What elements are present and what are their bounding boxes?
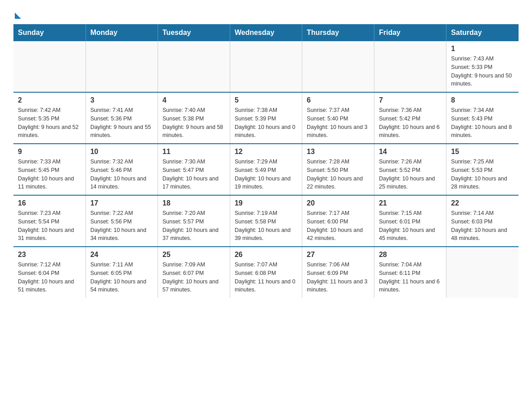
calendar-header-saturday: Saturday	[446, 24, 519, 41]
day-info: Sunrise: 7:25 AMSunset: 5:53 PMDaylight:…	[451, 158, 514, 191]
calendar-cell: 22Sunrise: 7:14 AMSunset: 6:03 PMDayligh…	[446, 195, 519, 247]
day-info: Sunrise: 7:23 AMSunset: 5:54 PMDaylight:…	[18, 209, 81, 243]
calendar-cell: 27Sunrise: 7:06 AMSunset: 6:09 PMDayligh…	[302, 247, 374, 298]
calendar-cell: 17Sunrise: 7:22 AMSunset: 5:56 PMDayligh…	[86, 195, 158, 247]
day-info: Sunrise: 7:20 AMSunset: 5:57 PMDaylight:…	[163, 209, 225, 243]
calendar-cell	[446, 247, 519, 298]
day-info: Sunrise: 7:04 AMSunset: 6:11 PMDaylight:…	[379, 261, 442, 294]
day-number: 27	[307, 251, 369, 259]
calendar-header-monday: Monday	[86, 24, 158, 41]
day-info: Sunrise: 7:30 AMSunset: 5:47 PMDaylight:…	[163, 158, 225, 191]
day-number: 21	[379, 199, 442, 207]
calendar-cell: 10Sunrise: 7:32 AMSunset: 5:46 PMDayligh…	[86, 144, 158, 195]
calendar-cell: 18Sunrise: 7:20 AMSunset: 5:57 PMDayligh…	[158, 195, 230, 247]
calendar-cell: 23Sunrise: 7:12 AMSunset: 6:04 PMDayligh…	[13, 247, 86, 298]
page-header	[13, 9, 519, 15]
day-number: 12	[235, 148, 297, 156]
calendar-cell: 4Sunrise: 7:40 AMSunset: 5:38 PMDaylight…	[158, 92, 230, 144]
calendar-table: SundayMondayTuesdayWednesdayThursdayFrid…	[13, 24, 519, 298]
calendar-cell	[158, 41, 230, 92]
day-info: Sunrise: 7:19 AMSunset: 5:58 PMDaylight:…	[235, 209, 297, 243]
day-number: 14	[379, 148, 442, 156]
calendar-cell: 14Sunrise: 7:26 AMSunset: 5:52 PMDayligh…	[374, 144, 446, 195]
day-info: Sunrise: 7:06 AMSunset: 6:09 PMDaylight:…	[307, 261, 369, 294]
day-number: 25	[163, 251, 225, 259]
logo-arrow-icon	[15, 13, 21, 19]
calendar-cell: 7Sunrise: 7:36 AMSunset: 5:42 PMDaylight…	[374, 92, 446, 144]
calendar-week-row: 16Sunrise: 7:23 AMSunset: 5:54 PMDayligh…	[13, 195, 519, 247]
calendar-cell: 3Sunrise: 7:41 AMSunset: 5:36 PMDaylight…	[86, 92, 158, 144]
calendar-cell	[86, 41, 158, 92]
logo	[13, 9, 21, 15]
day-number: 18	[163, 199, 225, 207]
day-number: 6	[307, 96, 369, 104]
day-number: 3	[90, 96, 153, 104]
day-info: Sunrise: 7:36 AMSunset: 5:42 PMDaylight:…	[379, 106, 442, 140]
day-info: Sunrise: 7:33 AMSunset: 5:45 PMDaylight:…	[18, 158, 81, 191]
day-info: Sunrise: 7:43 AMSunset: 5:33 PMDaylight:…	[451, 55, 514, 88]
calendar-header-sunday: Sunday	[13, 24, 86, 41]
day-info: Sunrise: 7:28 AMSunset: 5:50 PMDaylight:…	[307, 158, 369, 191]
calendar-cell: 24Sunrise: 7:11 AMSunset: 6:05 PMDayligh…	[86, 247, 158, 298]
day-number: 15	[451, 148, 514, 156]
day-number: 13	[307, 148, 369, 156]
day-info: Sunrise: 7:29 AMSunset: 5:49 PMDaylight:…	[235, 158, 297, 191]
day-info: Sunrise: 7:32 AMSunset: 5:46 PMDaylight:…	[90, 158, 153, 191]
calendar-cell	[13, 41, 86, 92]
day-info: Sunrise: 7:09 AMSunset: 6:07 PMDaylight:…	[163, 261, 225, 294]
calendar-header-friday: Friday	[374, 24, 446, 41]
day-info: Sunrise: 7:26 AMSunset: 5:52 PMDaylight:…	[379, 158, 442, 191]
calendar-cell: 12Sunrise: 7:29 AMSunset: 5:49 PMDayligh…	[230, 144, 302, 195]
calendar-cell: 11Sunrise: 7:30 AMSunset: 5:47 PMDayligh…	[158, 144, 230, 195]
calendar-cell: 8Sunrise: 7:34 AMSunset: 5:43 PMDaylight…	[446, 92, 519, 144]
day-info: Sunrise: 7:42 AMSunset: 5:35 PMDaylight:…	[18, 106, 81, 140]
calendar-cell: 2Sunrise: 7:42 AMSunset: 5:35 PMDaylight…	[13, 92, 86, 144]
day-number: 23	[18, 251, 81, 259]
day-number: 28	[379, 251, 442, 259]
day-info: Sunrise: 7:11 AMSunset: 6:05 PMDaylight:…	[90, 261, 153, 294]
day-info: Sunrise: 7:41 AMSunset: 5:36 PMDaylight:…	[90, 106, 153, 140]
day-number: 17	[90, 199, 153, 207]
calendar-week-row: 23Sunrise: 7:12 AMSunset: 6:04 PMDayligh…	[13, 247, 519, 298]
day-number: 9	[18, 148, 81, 156]
calendar-cell	[302, 41, 374, 92]
day-number: 24	[90, 251, 153, 259]
calendar-cell: 25Sunrise: 7:09 AMSunset: 6:07 PMDayligh…	[158, 247, 230, 298]
day-number: 26	[235, 251, 297, 259]
calendar-cell: 20Sunrise: 7:17 AMSunset: 6:00 PMDayligh…	[302, 195, 374, 247]
day-info: Sunrise: 7:15 AMSunset: 6:01 PMDaylight:…	[379, 209, 442, 243]
day-number: 16	[18, 199, 81, 207]
calendar-cell: 26Sunrise: 7:07 AMSunset: 6:08 PMDayligh…	[230, 247, 302, 298]
calendar-cell: 5Sunrise: 7:38 AMSunset: 5:39 PMDaylight…	[230, 92, 302, 144]
calendar-cell: 6Sunrise: 7:37 AMSunset: 5:40 PMDaylight…	[302, 92, 374, 144]
calendar-cell	[230, 41, 302, 92]
day-number: 20	[307, 199, 369, 207]
day-info: Sunrise: 7:14 AMSunset: 6:03 PMDaylight:…	[451, 209, 514, 243]
calendar-cell: 19Sunrise: 7:19 AMSunset: 5:58 PMDayligh…	[230, 195, 302, 247]
day-number: 4	[163, 96, 225, 104]
day-number: 7	[379, 96, 442, 104]
day-number: 5	[235, 96, 297, 104]
day-number: 10	[90, 148, 153, 156]
day-info: Sunrise: 7:40 AMSunset: 5:38 PMDaylight:…	[163, 106, 225, 140]
calendar-cell	[374, 41, 446, 92]
day-info: Sunrise: 7:17 AMSunset: 6:00 PMDaylight:…	[307, 209, 369, 243]
calendar-week-row: 9Sunrise: 7:33 AMSunset: 5:45 PMDaylight…	[13, 144, 519, 195]
day-info: Sunrise: 7:37 AMSunset: 5:40 PMDaylight:…	[307, 106, 369, 140]
day-number: 8	[451, 96, 514, 104]
day-number: 2	[18, 96, 81, 104]
calendar-header-row: SundayMondayTuesdayWednesdayThursdayFrid…	[13, 24, 519, 41]
calendar-week-row: 1Sunrise: 7:43 AMSunset: 5:33 PMDaylight…	[13, 41, 519, 92]
day-info: Sunrise: 7:34 AMSunset: 5:43 PMDaylight:…	[451, 106, 514, 140]
day-number: 1	[451, 45, 514, 53]
calendar-cell: 28Sunrise: 7:04 AMSunset: 6:11 PMDayligh…	[374, 247, 446, 298]
day-info: Sunrise: 7:22 AMSunset: 5:56 PMDaylight:…	[90, 209, 153, 243]
calendar-header-tuesday: Tuesday	[158, 24, 230, 41]
day-number: 22	[451, 199, 514, 207]
calendar-cell: 21Sunrise: 7:15 AMSunset: 6:01 PMDayligh…	[374, 195, 446, 247]
calendar-cell: 16Sunrise: 7:23 AMSunset: 5:54 PMDayligh…	[13, 195, 86, 247]
calendar-cell: 9Sunrise: 7:33 AMSunset: 5:45 PMDaylight…	[13, 144, 86, 195]
day-info: Sunrise: 7:12 AMSunset: 6:04 PMDaylight:…	[18, 261, 81, 294]
calendar-cell: 15Sunrise: 7:25 AMSunset: 5:53 PMDayligh…	[446, 144, 519, 195]
day-number: 11	[163, 148, 225, 156]
